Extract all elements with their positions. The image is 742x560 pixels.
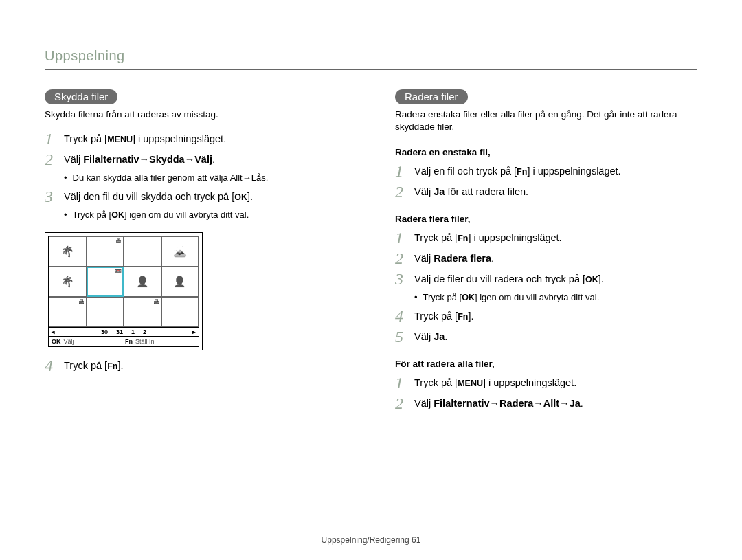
bullet-item: Tryck på [OK] igen om du vill avbryta di… bbox=[414, 291, 697, 304]
pill-protect-files: Skydda filer bbox=[45, 89, 117, 104]
divider bbox=[45, 69, 697, 70]
shortcut-bar: OK Välj Fn Ställ In bbox=[49, 337, 199, 346]
bold-text: Filalternativ bbox=[83, 154, 139, 165]
step-3: 3 Välj den fil du vill skydda och tryck … bbox=[45, 188, 347, 205]
step-text: för att radera filen. bbox=[445, 186, 528, 197]
pill-delete-files: Radera filer bbox=[395, 89, 468, 104]
ok-key-icon: OK bbox=[585, 275, 598, 284]
step-2: 2 Välj Radera flera. bbox=[395, 250, 697, 267]
arrow-right-icon: → bbox=[139, 153, 150, 166]
video-icon: 📼 bbox=[115, 268, 122, 274]
step-text: . bbox=[212, 154, 215, 165]
menu-key-icon: MENU bbox=[458, 379, 483, 388]
step-2: 2 Välj Ja för att radera filen. bbox=[395, 183, 697, 200]
step-2: 2 Välj Filalternativ → Skydda → Välj. bbox=[45, 151, 347, 168]
arrow-right-icon: → bbox=[533, 396, 543, 410]
step-4: 4 Tryck på [Fn]. bbox=[395, 308, 697, 324]
arrow-right-icon: → bbox=[243, 172, 251, 184]
step-5: 5 Välj Ja. bbox=[395, 328, 697, 345]
bullet-text: Tryck på [ bbox=[423, 292, 462, 302]
thumbnail bbox=[161, 297, 199, 327]
step-text: . bbox=[581, 398, 583, 409]
step-text: Välj bbox=[414, 253, 434, 264]
bold-text: Ja bbox=[570, 398, 581, 409]
shortcut-label: Ställ In bbox=[135, 338, 155, 345]
step-text: Tryck på [ bbox=[64, 360, 107, 371]
step-text: Tryck på [ bbox=[414, 311, 458, 322]
page-footer: Uppspelning/Redigering 61 bbox=[0, 535, 742, 545]
chevron-right-icon: ▸ bbox=[192, 328, 196, 335]
date-number: 31 bbox=[116, 328, 123, 335]
bold-text: Filalternativ bbox=[434, 398, 489, 409]
thumbnail bbox=[124, 236, 161, 267]
step-number: 3 bbox=[395, 271, 409, 287]
step-number: 4 bbox=[45, 357, 58, 374]
step-1: 1 Tryck på [MENU] i uppspelningsläget. bbox=[395, 374, 697, 391]
print-icon: 🖶 bbox=[115, 238, 122, 245]
filmstrip-bar: ◂ 30 31 1 2 ▸ bbox=[49, 327, 199, 337]
step-text: Tryck på [ bbox=[414, 232, 458, 243]
step-text: ] i uppspelningsläget. bbox=[468, 232, 561, 243]
step-number: 2 bbox=[395, 395, 409, 412]
step-text: ]. bbox=[598, 273, 604, 284]
thumbnail bbox=[49, 236, 87, 267]
step-text: ] i uppspelningsläget. bbox=[527, 166, 620, 177]
fn-key-icon: Fn bbox=[458, 234, 468, 243]
bold-text: Ja bbox=[434, 186, 445, 197]
page-title: Uppspelning bbox=[45, 48, 697, 64]
step-text: . bbox=[491, 253, 494, 264]
bold-text: Skydda bbox=[149, 154, 185, 165]
bold-text: Allt bbox=[543, 398, 559, 409]
step-1: 1 Tryck på [Fn] i uppspelningsläget. bbox=[395, 229, 697, 246]
step-number: 1 bbox=[395, 374, 409, 391]
step-3: 3 Välj de filer du vill radera och tryck… bbox=[395, 271, 697, 287]
step-text: ] i uppspelningsläget. bbox=[483, 377, 576, 388]
sub-heading: Radera en enstaka fil, bbox=[395, 147, 697, 157]
thumbnail-grid-illustration: 🖶 📼 🖶 🖶 ◂ bbox=[45, 232, 203, 350]
step-number: 1 bbox=[395, 229, 409, 246]
bullet-item: Du kan skydda alla filer genom att välja… bbox=[64, 172, 347, 184]
menu-key-icon: MENU bbox=[107, 135, 133, 144]
step-text: Tryck på [ bbox=[414, 377, 458, 388]
thumbnail bbox=[161, 236, 199, 267]
step-text: ]. bbox=[247, 191, 253, 202]
bold-text: Välj bbox=[194, 154, 212, 165]
left-column: Skydda filer Skydda filerna från att rad… bbox=[45, 89, 347, 416]
step-number: 4 bbox=[395, 308, 409, 324]
bold-text: Radera flera bbox=[434, 253, 491, 264]
step-text: Välj bbox=[414, 186, 434, 197]
step-text: Välj en fil och tryck på [ bbox=[414, 166, 517, 177]
thumbnail: 🖶 bbox=[87, 236, 124, 267]
bold-text: Ja bbox=[434, 331, 445, 342]
step-number: 2 bbox=[395, 250, 409, 267]
date-number: 1 bbox=[131, 328, 135, 335]
chevron-left-icon: ◂ bbox=[52, 328, 55, 335]
step-1: 1 Tryck på [MENU] i uppspelningsläget. bbox=[45, 131, 347, 147]
step-text: ]. bbox=[117, 360, 123, 371]
bold-text: Lås bbox=[251, 172, 266, 183]
thumbnail bbox=[49, 267, 87, 297]
bullet-text: ] igen om du vill avbryta ditt val. bbox=[124, 210, 249, 220]
step-1: 1 Välj en fil och tryck på [Fn] i uppspe… bbox=[395, 163, 697, 179]
thumbnail bbox=[161, 267, 199, 297]
right-column: Radera filer Radera enstaka filer eller … bbox=[395, 89, 697, 416]
fn-key-icon: Fn bbox=[125, 338, 133, 345]
step-4: 4 Tryck på [Fn]. bbox=[45, 357, 347, 374]
arrow-right-icon: → bbox=[559, 396, 570, 410]
sub-heading: Radera flera filer, bbox=[395, 214, 697, 224]
step-text: Tryck på [ bbox=[64, 133, 107, 144]
step-number: 1 bbox=[395, 163, 409, 179]
step-text: Välj bbox=[414, 331, 434, 342]
sub-heading: För att radera alla filer, bbox=[395, 359, 697, 369]
step-text: . bbox=[445, 331, 447, 342]
intro-text: Skydda filerna från att raderas av misst… bbox=[45, 109, 347, 121]
step-number: 2 bbox=[395, 183, 409, 200]
shortcut-label: Välj bbox=[64, 338, 74, 345]
date-number: 2 bbox=[143, 328, 146, 335]
intro-text: Radera enstaka filer eller alla filer på… bbox=[395, 109, 697, 133]
fn-key-icon: Fn bbox=[107, 361, 117, 371]
date-number: 30 bbox=[101, 328, 108, 335]
step-number: 3 bbox=[45, 188, 58, 205]
step-text: Välj den fil du vill skydda och tryck på… bbox=[64, 191, 234, 202]
thumbnail bbox=[87, 297, 124, 327]
